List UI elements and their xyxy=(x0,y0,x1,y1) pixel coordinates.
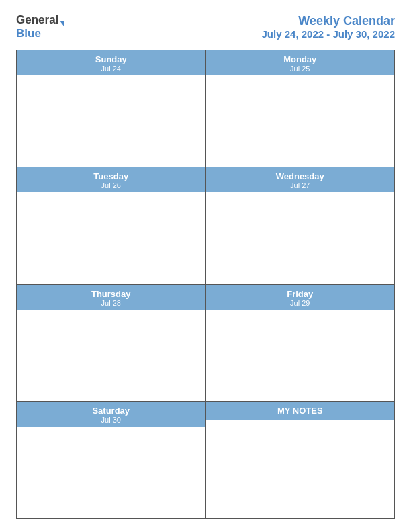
calendar-grid: Sunday Jul 24 Monday Jul 25 Tuesday Jul … xyxy=(16,50,395,519)
tuesday-date: Jul 26 xyxy=(19,181,203,189)
cell-saturday: Saturday Jul 30 xyxy=(17,402,206,518)
logo-triangle-icon xyxy=(60,21,64,27)
cell-saturday-header: Saturday Jul 30 xyxy=(17,402,205,427)
wednesday-body xyxy=(206,192,395,283)
cell-friday-header: Friday Jul 29 xyxy=(206,285,395,310)
monday-body xyxy=(206,75,395,167)
wednesday-label: Wednesday xyxy=(209,171,392,181)
cell-monday-header: Monday Jul 25 xyxy=(206,50,395,75)
cell-monday: Monday Jul 25 xyxy=(206,50,395,167)
friday-body xyxy=(206,310,395,401)
saturday-label: Saturday xyxy=(19,406,203,416)
header-title: Weekly Calendar July 24, 2022 - July 30,… xyxy=(262,14,395,40)
friday-date: Jul 29 xyxy=(209,299,392,307)
sunday-label: Sunday xyxy=(19,54,203,64)
cell-tuesday-header: Tuesday Jul 26 xyxy=(17,167,205,192)
notes-header: MY NOTES xyxy=(206,402,395,420)
tuesday-label: Tuesday xyxy=(19,171,203,181)
calendar-row-4: Saturday Jul 30 MY NOTES xyxy=(17,402,394,518)
sunday-date: Jul 24 xyxy=(19,64,203,73)
logo-blue: Blue xyxy=(16,27,41,40)
cell-sunday-header: Sunday Jul 24 xyxy=(17,50,205,75)
calendar-date-range: July 24, 2022 - July 30, 2022 xyxy=(262,28,395,40)
notes-body xyxy=(206,420,395,518)
logo-general: General xyxy=(16,13,58,27)
cell-friday: Friday Jul 29 xyxy=(206,285,395,401)
cell-thursday-header: Thursday Jul 28 xyxy=(17,285,205,310)
thursday-date: Jul 28 xyxy=(19,299,203,307)
sunday-body xyxy=(17,75,205,167)
cell-wednesday-header: Wednesday Jul 27 xyxy=(206,167,395,192)
cell-notes: MY NOTES xyxy=(206,402,395,518)
monday-label: Monday xyxy=(209,54,392,64)
calendar-row-1: Sunday Jul 24 Monday Jul 25 xyxy=(17,50,394,167)
header: General Blue Weekly Calendar July 24, 20… xyxy=(16,13,395,40)
monday-date: Jul 25 xyxy=(209,64,392,73)
tuesday-body xyxy=(17,192,205,283)
calendar-row-3: Thursday Jul 28 Friday Jul 29 xyxy=(17,285,394,402)
saturday-body xyxy=(17,427,205,518)
calendar-title: Weekly Calendar xyxy=(262,14,395,28)
thursday-body xyxy=(17,310,205,401)
cell-wednesday: Wednesday Jul 27 xyxy=(206,167,395,283)
logo: General Blue xyxy=(16,13,64,40)
friday-label: Friday xyxy=(209,289,392,299)
wednesday-date: Jul 27 xyxy=(209,181,392,189)
cell-sunday: Sunday Jul 24 xyxy=(17,50,206,167)
thursday-label: Thursday xyxy=(19,289,203,299)
cell-thursday: Thursday Jul 28 xyxy=(17,285,206,401)
notes-label: MY NOTES xyxy=(277,406,323,416)
page: General Blue Weekly Calendar July 24, 20… xyxy=(0,0,411,532)
cell-tuesday: Tuesday Jul 26 xyxy=(17,167,206,283)
saturday-date: Jul 30 xyxy=(19,416,203,424)
calendar-row-2: Tuesday Jul 26 Wednesday Jul 27 xyxy=(17,167,394,284)
